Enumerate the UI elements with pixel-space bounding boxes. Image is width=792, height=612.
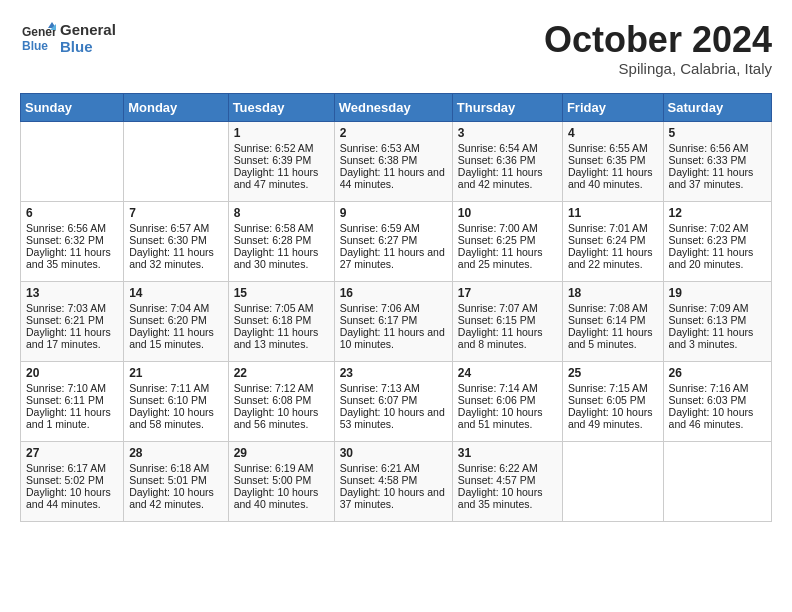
- page-header: General Blue General Blue October 2024 S…: [20, 20, 772, 77]
- day-number: 9: [340, 206, 447, 220]
- calendar-table: SundayMondayTuesdayWednesdayThursdayFrid…: [20, 93, 772, 522]
- cell-content: Daylight: 10 hours and 44 minutes.: [26, 486, 118, 510]
- cell-content: Daylight: 10 hours and 35 minutes.: [458, 486, 557, 510]
- month-title: October 2024: [544, 20, 772, 60]
- cell-content: Sunset: 6:28 PM: [234, 234, 329, 246]
- cell-content: Daylight: 10 hours and 51 minutes.: [458, 406, 557, 430]
- cell-content: Daylight: 10 hours and 40 minutes.: [234, 486, 329, 510]
- cell-content: Sunset: 5:01 PM: [129, 474, 222, 486]
- cell-content: Daylight: 10 hours and 46 minutes.: [669, 406, 766, 430]
- cell-content: Sunrise: 7:15 AM: [568, 382, 658, 394]
- cell-content: Daylight: 10 hours and 58 minutes.: [129, 406, 222, 430]
- cell-content: Sunrise: 6:17 AM: [26, 462, 118, 474]
- cell-content: Daylight: 11 hours and 44 minutes.: [340, 166, 447, 190]
- cell-content: Sunset: 4:57 PM: [458, 474, 557, 486]
- calendar-cell: 30Sunrise: 6:21 AMSunset: 4:58 PMDayligh…: [334, 441, 452, 521]
- day-number: 5: [669, 126, 766, 140]
- calendar-cell: [663, 441, 771, 521]
- day-number: 28: [129, 446, 222, 460]
- cell-content: Daylight: 11 hours and 27 minutes.: [340, 246, 447, 270]
- calendar-cell: 4Sunrise: 6:55 AMSunset: 6:35 PMDaylight…: [562, 121, 663, 201]
- calendar-cell: [124, 121, 228, 201]
- cell-content: Sunset: 6:08 PM: [234, 394, 329, 406]
- cell-content: Sunset: 6:17 PM: [340, 314, 447, 326]
- cell-content: Sunrise: 7:10 AM: [26, 382, 118, 394]
- calendar-cell: 9Sunrise: 6:59 AMSunset: 6:27 PMDaylight…: [334, 201, 452, 281]
- cell-content: Sunrise: 7:04 AM: [129, 302, 222, 314]
- day-number: 10: [458, 206, 557, 220]
- calendar-cell: [562, 441, 663, 521]
- calendar-cell: 16Sunrise: 7:06 AMSunset: 6:17 PMDayligh…: [334, 281, 452, 361]
- cell-content: Sunrise: 6:18 AM: [129, 462, 222, 474]
- cell-content: Sunset: 6:03 PM: [669, 394, 766, 406]
- calendar-cell: 7Sunrise: 6:57 AMSunset: 6:30 PMDaylight…: [124, 201, 228, 281]
- calendar-cell: 19Sunrise: 7:09 AMSunset: 6:13 PMDayligh…: [663, 281, 771, 361]
- calendar-cell: 3Sunrise: 6:54 AMSunset: 6:36 PMDaylight…: [452, 121, 562, 201]
- calendar-cell: 14Sunrise: 7:04 AMSunset: 6:20 PMDayligh…: [124, 281, 228, 361]
- cell-content: Sunrise: 7:01 AM: [568, 222, 658, 234]
- cell-content: Daylight: 10 hours and 49 minutes.: [568, 406, 658, 430]
- cell-content: Sunset: 6:05 PM: [568, 394, 658, 406]
- calendar-cell: 13Sunrise: 7:03 AMSunset: 6:21 PMDayligh…: [21, 281, 124, 361]
- day-header-wednesday: Wednesday: [334, 93, 452, 121]
- cell-content: Sunset: 5:00 PM: [234, 474, 329, 486]
- cell-content: Sunrise: 7:05 AM: [234, 302, 329, 314]
- cell-content: Daylight: 11 hours and 3 minutes.: [669, 326, 766, 350]
- day-header-tuesday: Tuesday: [228, 93, 334, 121]
- cell-content: Daylight: 11 hours and 42 minutes.: [458, 166, 557, 190]
- day-number: 23: [340, 366, 447, 380]
- cell-content: Daylight: 11 hours and 5 minutes.: [568, 326, 658, 350]
- cell-content: Sunset: 6:11 PM: [26, 394, 118, 406]
- title-block: October 2024 Spilinga, Calabria, Italy: [544, 20, 772, 77]
- cell-content: Sunset: 6:14 PM: [568, 314, 658, 326]
- day-number: 14: [129, 286, 222, 300]
- cell-content: Sunset: 4:58 PM: [340, 474, 447, 486]
- cell-content: Sunrise: 6:52 AM: [234, 142, 329, 154]
- cell-content: Sunrise: 7:03 AM: [26, 302, 118, 314]
- calendar-cell: 21Sunrise: 7:11 AMSunset: 6:10 PMDayligh…: [124, 361, 228, 441]
- day-number: 29: [234, 446, 329, 460]
- cell-content: Sunset: 6:33 PM: [669, 154, 766, 166]
- day-number: 11: [568, 206, 658, 220]
- cell-content: Sunrise: 6:19 AM: [234, 462, 329, 474]
- cell-content: Sunset: 6:23 PM: [669, 234, 766, 246]
- day-number: 6: [26, 206, 118, 220]
- cell-content: Sunset: 6:27 PM: [340, 234, 447, 246]
- cell-content: Sunrise: 6:57 AM: [129, 222, 222, 234]
- cell-content: Daylight: 11 hours and 10 minutes.: [340, 326, 447, 350]
- cell-content: Sunset: 6:36 PM: [458, 154, 557, 166]
- cell-content: Sunrise: 6:58 AM: [234, 222, 329, 234]
- day-header-friday: Friday: [562, 93, 663, 121]
- cell-content: Sunrise: 7:06 AM: [340, 302, 447, 314]
- calendar-cell: 26Sunrise: 7:16 AMSunset: 6:03 PMDayligh…: [663, 361, 771, 441]
- cell-content: Daylight: 10 hours and 56 minutes.: [234, 406, 329, 430]
- cell-content: Daylight: 11 hours and 30 minutes.: [234, 246, 329, 270]
- cell-content: Daylight: 10 hours and 53 minutes.: [340, 406, 447, 430]
- cell-content: Sunset: 6:18 PM: [234, 314, 329, 326]
- cell-content: Daylight: 11 hours and 35 minutes.: [26, 246, 118, 270]
- calendar-cell: 23Sunrise: 7:13 AMSunset: 6:07 PMDayligh…: [334, 361, 452, 441]
- day-number: 25: [568, 366, 658, 380]
- cell-content: Daylight: 11 hours and 15 minutes.: [129, 326, 222, 350]
- location-subtitle: Spilinga, Calabria, Italy: [544, 60, 772, 77]
- calendar-cell: 22Sunrise: 7:12 AMSunset: 6:08 PMDayligh…: [228, 361, 334, 441]
- cell-content: Sunrise: 7:16 AM: [669, 382, 766, 394]
- calendar-cell: 17Sunrise: 7:07 AMSunset: 6:15 PMDayligh…: [452, 281, 562, 361]
- cell-content: Sunset: 6:20 PM: [129, 314, 222, 326]
- cell-content: Daylight: 11 hours and 40 minutes.: [568, 166, 658, 190]
- day-number: 26: [669, 366, 766, 380]
- calendar-cell: 5Sunrise: 6:56 AMSunset: 6:33 PMDaylight…: [663, 121, 771, 201]
- calendar-cell: 2Sunrise: 6:53 AMSunset: 6:38 PMDaylight…: [334, 121, 452, 201]
- day-number: 17: [458, 286, 557, 300]
- calendar-cell: 28Sunrise: 6:18 AMSunset: 5:01 PMDayligh…: [124, 441, 228, 521]
- cell-content: Sunrise: 6:54 AM: [458, 142, 557, 154]
- day-number: 27: [26, 446, 118, 460]
- cell-content: Sunset: 6:06 PM: [458, 394, 557, 406]
- cell-content: Daylight: 11 hours and 22 minutes.: [568, 246, 658, 270]
- day-number: 22: [234, 366, 329, 380]
- day-number: 1: [234, 126, 329, 140]
- cell-content: Sunset: 6:39 PM: [234, 154, 329, 166]
- calendar-cell: [21, 121, 124, 201]
- calendar-cell: 27Sunrise: 6:17 AMSunset: 5:02 PMDayligh…: [21, 441, 124, 521]
- cell-content: Sunset: 6:38 PM: [340, 154, 447, 166]
